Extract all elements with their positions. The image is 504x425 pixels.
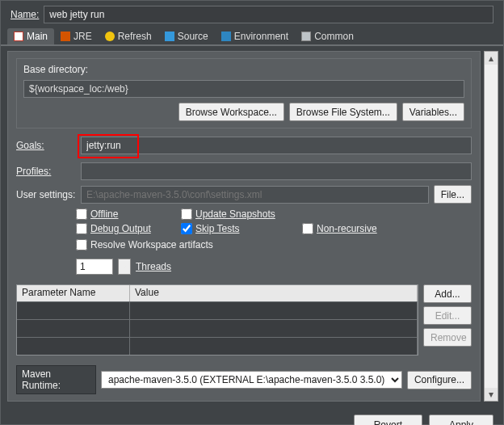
- revert-button[interactable]: Revert: [354, 414, 422, 425]
- threads-spinner[interactable]: [76, 259, 113, 275]
- offline-check[interactable]: Offline: [76, 208, 173, 220]
- update-snapshots-check[interactable]: Update Snapshots: [181, 208, 294, 220]
- table-row[interactable]: [17, 337, 418, 355]
- scroll-up-icon[interactable]: ▴: [485, 52, 498, 65]
- configure-button[interactable]: Configure...: [407, 371, 472, 389]
- goals-label: Goals:: [16, 140, 44, 151]
- goals-input[interactable]: [81, 137, 472, 154]
- jre-icon: [61, 32, 70, 41]
- edit-button: Edit...: [423, 306, 472, 325]
- table-buttons: Add... Edit... Remove: [423, 284, 472, 356]
- tab-environment-label: Environment: [234, 31, 288, 42]
- main-panel: Base directory: Browse Workspace... Brow…: [7, 51, 481, 402]
- source-icon: [165, 32, 174, 41]
- common-icon: [301, 32, 311, 41]
- maven-runtime-label: Maven Runtime:: [16, 365, 96, 394]
- threads-label: Threads: [136, 261, 171, 272]
- base-directory-buttons: Browse Workspace... Browse File System..…: [23, 103, 464, 121]
- parameters-area: Parameter Name Value Add... Edit... Remo…: [16, 284, 472, 356]
- col-value[interactable]: Value: [130, 285, 418, 301]
- goals-row: Goals:: [16, 137, 472, 154]
- tab-jre[interactable]: JRE: [54, 28, 99, 44]
- tab-refresh-label: Refresh: [118, 31, 152, 42]
- maven-runtime-select[interactable]: apache-maven-3.5.0 (EXTERNAL E:\apache-m…: [101, 371, 402, 389]
- table-row[interactable]: [17, 319, 418, 337]
- tab-main[interactable]: Main: [7, 28, 54, 44]
- tab-refresh[interactable]: Refresh: [99, 28, 158, 44]
- threads-row: ▾ Threads: [76, 259, 472, 275]
- profiles-input[interactable]: [81, 162, 472, 180]
- profiles-label: Profiles:: [16, 166, 51, 177]
- parameters-table: Parameter Name Value: [16, 284, 418, 356]
- tab-bar: Main JRE Refresh Source Environment Comm…: [1, 28, 503, 46]
- environment-icon: [221, 32, 231, 41]
- base-directory-input[interactable]: [23, 80, 464, 98]
- vertical-scrollbar[interactable]: ▴ ▾: [484, 51, 498, 402]
- name-input[interactable]: [44, 6, 494, 23]
- tab-jre-label: JRE: [74, 31, 92, 42]
- remove-button: Remove: [423, 328, 472, 347]
- name-label: Name:: [10, 9, 39, 20]
- col-parameter-name[interactable]: Parameter Name: [17, 285, 130, 301]
- user-settings-input[interactable]: [81, 186, 429, 204]
- skip-tests-check[interactable]: Skip Tests: [181, 223, 294, 234]
- browse-workspace-button[interactable]: Browse Workspace...: [178, 103, 284, 121]
- profiles-row: Profiles:: [16, 162, 472, 180]
- run-config-window: Name: Main JRE Refresh Source Environmen…: [0, 0, 504, 425]
- name-row: Name:: [1, 1, 503, 28]
- footer-buttons: Revert Apply: [1, 406, 503, 425]
- table-header: Parameter Name Value: [17, 285, 418, 301]
- user-settings-label: User settings:: [16, 189, 76, 200]
- base-directory-label: Base directory:: [23, 64, 464, 75]
- main-area: Base directory: Browse Workspace... Brow…: [1, 46, 503, 406]
- tab-source[interactable]: Source: [158, 28, 215, 44]
- tab-common[interactable]: Common: [295, 28, 360, 44]
- base-directory-group: Base directory: Browse Workspace... Brow…: [16, 58, 472, 128]
- tab-main-label: Main: [27, 31, 48, 42]
- checkbox-grid: Offline Update Snapshots Debug Output Sk…: [76, 208, 472, 234]
- apply-button[interactable]: Apply: [429, 414, 494, 425]
- resolve-row: Resolve Workspace artifacts: [76, 239, 472, 250]
- tab-source-label: Source: [178, 31, 208, 42]
- resolve-workspace-check[interactable]: Resolve Workspace artifacts: [76, 239, 213, 250]
- runtime-row: Maven Runtime: apache-maven-3.5.0 (EXTER…: [16, 365, 472, 394]
- debug-output-check[interactable]: Debug Output: [76, 223, 173, 234]
- user-settings-row: User settings: File...: [16, 185, 472, 204]
- table-row[interactable]: [17, 301, 418, 319]
- threads-spin-down-icon[interactable]: ▾: [118, 259, 131, 275]
- goals-highlight: [81, 137, 472, 154]
- refresh-icon: [105, 32, 115, 41]
- non-recursive-check[interactable]: Non-recursive: [302, 223, 415, 234]
- browse-filesystem-button[interactable]: Browse File System...: [289, 103, 397, 121]
- tab-common-label: Common: [314, 31, 354, 42]
- table-body[interactable]: [17, 301, 418, 355]
- tab-environment[interactable]: Environment: [215, 28, 295, 44]
- scroll-down-icon[interactable]: ▾: [485, 388, 498, 401]
- variables-button[interactable]: Variables...: [402, 103, 464, 121]
- main-icon: [14, 32, 23, 41]
- add-button[interactable]: Add...: [423, 284, 472, 303]
- user-settings-file-button[interactable]: File...: [434, 185, 472, 204]
